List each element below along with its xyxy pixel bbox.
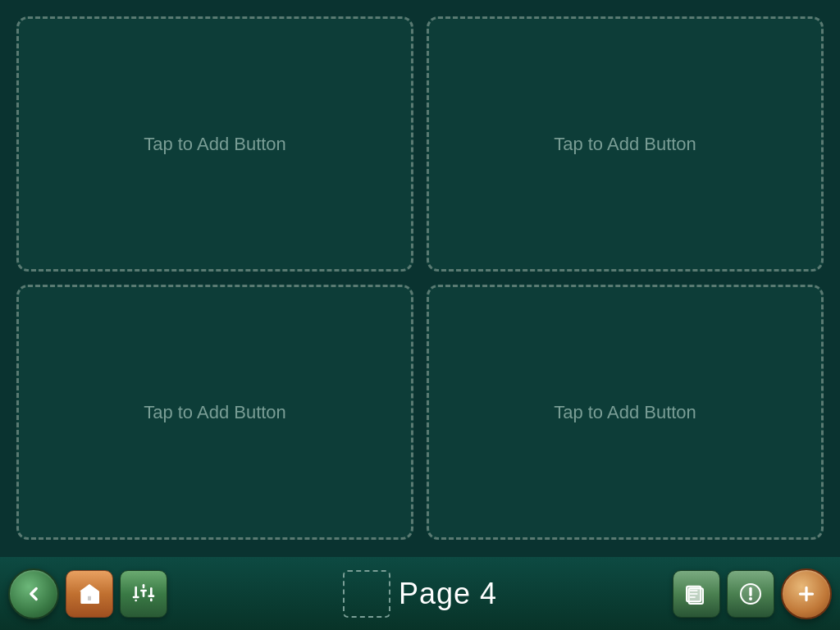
svg-rect-0 [88,596,91,600]
back-button[interactable] [8,568,59,619]
alert-button[interactable] [727,570,774,618]
add-button[interactable] [781,568,832,619]
svg-rect-9 [148,595,154,597]
svg-rect-1 [135,586,137,596]
mixer-icon [130,581,157,607]
back-arrow-icon [23,583,44,605]
grid-cell-1[interactable]: Tap to Add Button [16,16,413,272]
svg-rect-7 [133,596,139,598]
add-icon [796,583,817,605]
toolbar-left [8,568,167,619]
alert-icon [737,581,764,607]
grid-cell-2[interactable]: Tap to Add Button [427,16,824,272]
pages-icon [683,581,710,607]
cell-3-label: Tap to Add Button [144,402,286,423]
svg-rect-2 [135,599,137,601]
cell-4-label: Tap to Add Button [554,402,696,423]
mixer-button[interactable] [120,570,167,618]
pages-button[interactable] [673,570,720,618]
cell-2-label: Tap to Add Button [554,134,696,155]
svg-rect-5 [150,587,153,596]
page-label: Page 4 [399,577,497,611]
svg-point-17 [749,597,752,600]
home-icon [76,581,103,607]
toolbar-center: Page 4 [167,570,673,618]
svg-rect-6 [150,598,153,601]
home-button[interactable] [66,570,113,618]
page-thumbnail[interactable] [343,570,390,618]
svg-rect-4 [143,584,145,588]
grid-cell-3[interactable]: Tap to Add Button [16,285,413,540]
toolbar: Page 4 [0,556,840,630]
button-grid: Tap to Add Button Tap to Add Button Tap … [0,0,840,556]
toolbar-right [673,568,832,619]
grid-cell-4[interactable]: Tap to Add Button [427,285,824,540]
cell-1-label: Tap to Add Button [144,134,286,155]
svg-rect-8 [140,589,147,591]
